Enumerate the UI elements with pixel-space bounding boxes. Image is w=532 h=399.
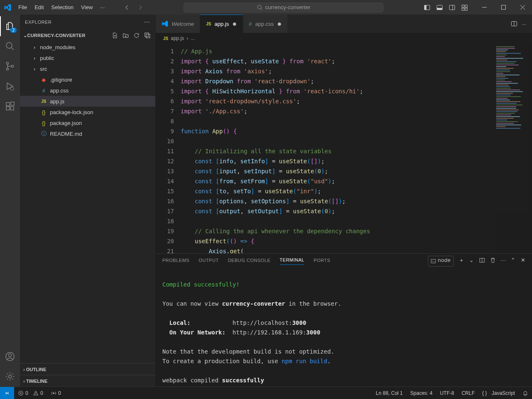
git-icon: ◆ xyxy=(40,77,47,83)
status-eol[interactable]: CRLF xyxy=(458,390,478,396)
status-cursor-position[interactable]: Ln 88, Col 1 xyxy=(372,390,407,396)
error-icon xyxy=(18,390,24,396)
activity-accounts-icon[interactable] xyxy=(0,347,20,367)
title-bar: File Edit Selection View ··· currency-co… xyxy=(0,0,532,15)
remote-indicator[interactable] xyxy=(0,387,14,399)
project-folder-header[interactable]: ⌄ CURRENCY-CONVERTER xyxy=(20,29,155,42)
terminal-picker[interactable]: node xyxy=(428,256,454,267)
kill-terminal-icon[interactable] xyxy=(490,257,496,265)
panel-tab-problems[interactable]: PROBLEMS xyxy=(162,258,189,265)
tab-welcome[interactable]: Welcome xyxy=(156,15,200,33)
tab-app-css[interactable]: # app.css ● xyxy=(243,15,288,33)
close-button[interactable] xyxy=(513,0,532,15)
status-indentation[interactable]: Spaces: 4 xyxy=(407,390,436,396)
tab-app-js[interactable]: JS app.js ● xyxy=(200,15,243,33)
nav-forward-icon[interactable] xyxy=(134,2,146,12)
nav-back-icon[interactable] xyxy=(121,2,133,12)
new-folder-icon[interactable] xyxy=(121,31,130,40)
search-icon xyxy=(257,5,263,10)
svg-rect-3 xyxy=(425,5,427,10)
split-terminal-icon[interactable] xyxy=(479,257,485,265)
status-encoding[interactable]: UTF-8 xyxy=(436,390,458,396)
panel-tab-terminal[interactable]: TERMINAL xyxy=(280,257,305,265)
explorer-title: EXPLORER xyxy=(25,20,52,25)
new-terminal-icon[interactable]: ＋ xyxy=(459,257,465,266)
refresh-icon[interactable] xyxy=(132,31,141,40)
status-notifications-icon[interactable] xyxy=(519,390,532,396)
tree-file-package-lock[interactable]: {}package-lock.json xyxy=(20,107,155,117)
chevron-right-icon: › xyxy=(32,44,37,50)
layout-controls xyxy=(421,2,470,13)
svg-rect-11 xyxy=(465,8,467,10)
braces-icon: { } xyxy=(482,390,487,396)
code-editor[interactable]: 123456789101112131415161718192021 // App… xyxy=(156,44,532,253)
json-icon: {} xyxy=(40,120,47,126)
chevron-right-icon: › xyxy=(32,66,37,72)
svg-point-19 xyxy=(7,68,9,70)
panel-tab-ports[interactable]: PORTS xyxy=(313,258,330,265)
warning-icon xyxy=(33,390,39,396)
js-icon: JS xyxy=(163,36,168,41)
tree-file-app-css[interactable]: #app.css xyxy=(20,85,155,96)
project-name: CURRENCY-CONVERTER xyxy=(27,33,85,38)
status-problems[interactable]: 0 0 xyxy=(14,390,47,396)
tree-folder-node-modules[interactable]: ›node_modules xyxy=(20,42,155,52)
svg-rect-22 xyxy=(6,102,10,106)
menu-view[interactable]: View xyxy=(77,2,97,13)
split-editor-icon[interactable] xyxy=(511,20,517,27)
breadcrumb[interactable]: JS app.js › ... xyxy=(156,33,532,44)
chevron-down-icon: ⌄ xyxy=(23,33,27,38)
panel-tabs: PROBLEMS OUTPUT DEBUG CONSOLE TERMINAL P… xyxy=(156,254,532,269)
menu-overflow-icon[interactable]: ··· xyxy=(97,2,109,13)
tree-file-app-js[interactable]: JSapp.js xyxy=(20,96,155,107)
new-file-icon[interactable] xyxy=(110,31,119,40)
explorer-header: EXPLORER ··· xyxy=(20,15,155,29)
activity-source-control-icon[interactable] xyxy=(0,56,20,76)
collapse-icon[interactable] xyxy=(143,31,152,40)
editor-actions: ··· xyxy=(511,15,532,33)
panel-tab-debug[interactable]: DEBUG CONSOLE xyxy=(228,258,270,265)
panel-more-icon[interactable]: ··· xyxy=(501,257,506,265)
file-tree: ›node_modules ›public ›src ◆.gitignore #… xyxy=(20,42,155,363)
menu-edit[interactable]: Edit xyxy=(31,2,47,13)
folder-actions xyxy=(110,31,152,40)
activity-extensions-icon[interactable] xyxy=(0,96,20,116)
close-panel-icon[interactable]: ✕ xyxy=(521,257,526,265)
minimize-button[interactable] xyxy=(475,0,494,15)
maximize-button[interactable] xyxy=(494,0,513,15)
tree-file-gitignore[interactable]: ◆.gitignore xyxy=(20,74,155,85)
minimap[interactable] xyxy=(495,44,532,253)
panel-tab-output[interactable]: OUTPUT xyxy=(199,258,219,265)
svg-rect-8 xyxy=(462,5,465,7)
dirty-indicator-icon: ● xyxy=(232,20,237,28)
outline-section[interactable]: › OUTLINE xyxy=(20,363,155,375)
tree-file-package-json[interactable]: {}package.json xyxy=(20,117,155,128)
status-ports[interactable]: 0 xyxy=(47,390,65,396)
toggle-panel-left-icon[interactable] xyxy=(421,2,433,13)
explorer-more-icon[interactable]: ··· xyxy=(144,18,150,26)
toggle-panel-bottom-icon[interactable] xyxy=(434,2,445,13)
toggle-panel-right-icon[interactable] xyxy=(446,2,458,13)
tree-folder-src[interactable]: ›src xyxy=(20,63,155,74)
terminal-output[interactable]: Compiled successfully! You can now view … xyxy=(156,269,532,387)
more-actions-icon[interactable]: ··· xyxy=(522,21,526,27)
svg-point-21 xyxy=(10,87,14,90)
command-center: currency-converter xyxy=(146,2,421,12)
status-language[interactable]: { } JavaScript xyxy=(478,390,519,396)
tree-file-readme[interactable]: ⓘREADME.md xyxy=(20,128,155,139)
menu-selection[interactable]: Selection xyxy=(47,2,77,13)
menu-file[interactable]: File xyxy=(15,2,31,13)
customize-layout-icon[interactable] xyxy=(459,2,470,13)
code-content[interactable]: // App.jsimport { useEffect, useState } … xyxy=(181,44,495,253)
timeline-section[interactable]: › TIMELINE xyxy=(20,375,155,387)
terminal-dropdown-icon[interactable]: ⌄ xyxy=(469,257,474,265)
line-numbers: 123456789101112131415161718192021 xyxy=(156,44,181,253)
tree-folder-public[interactable]: ›public xyxy=(20,52,155,63)
svg-rect-33 xyxy=(431,259,435,263)
maximize-panel-icon[interactable]: ⌃ xyxy=(511,257,516,265)
activity-explorer-icon[interactable]: 2 xyxy=(0,16,20,36)
activity-search-icon[interactable] xyxy=(0,36,20,56)
activity-run-debug-icon[interactable] xyxy=(0,76,20,96)
search-box[interactable]: currency-converter xyxy=(184,2,383,12)
activity-settings-icon[interactable] xyxy=(0,367,20,387)
